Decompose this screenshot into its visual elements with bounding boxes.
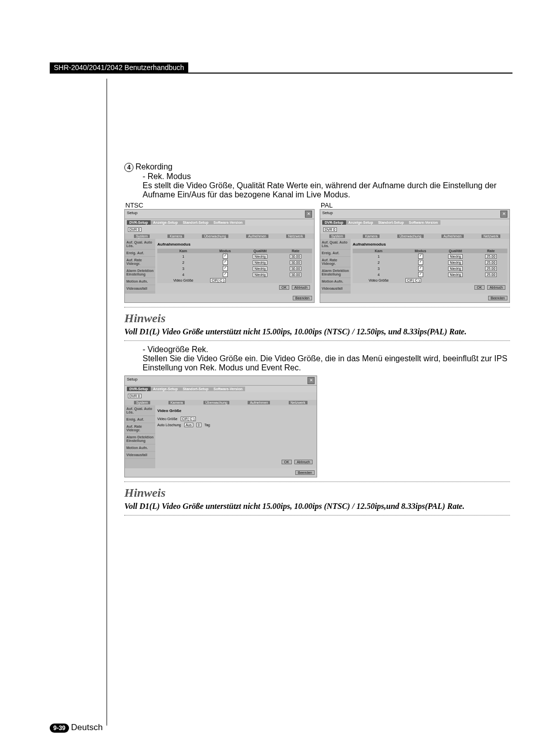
- beenden-button[interactable]: Beenden: [295, 470, 315, 475]
- side-item[interactable]: Auf. Qual. Auto Lös.: [125, 239, 155, 250]
- software-version-tab[interactable]: Software-Version: [406, 220, 440, 225]
- checkbox[interactable]: ✓: [418, 272, 423, 277]
- screenshot-videosize: Setup ✕ DVR-Setup Anzeige-Setup Standort…: [124, 375, 317, 477]
- quality-dd[interactable]: Niedrig: [253, 260, 267, 265]
- quality-dd[interactable]: Niedrig: [253, 272, 267, 277]
- video-size-dd[interactable]: CIF( C ): [405, 278, 421, 283]
- dvr-setup-tab[interactable]: DVR-Setup: [127, 387, 151, 391]
- side-item[interactable]: Videoausfall: [320, 285, 351, 292]
- quality-dd[interactable]: Niedrig: [448, 254, 462, 259]
- side-item[interactable]: Auf. Rate Videogr.: [125, 423, 155, 434]
- tb-ueberwachung[interactable]: Überwachung: [202, 234, 228, 238]
- close-icon[interactable]: ✕: [305, 211, 312, 218]
- dvr-dropdown[interactable]: DVR 0: [128, 394, 142, 398]
- tb-system[interactable]: System: [329, 234, 345, 238]
- beenden-button[interactable]: Beenden: [293, 296, 312, 300]
- tb-netzwerk[interactable]: Netzwerk: [482, 234, 500, 238]
- quality-dd[interactable]: Niedrig: [448, 260, 462, 265]
- tb-system[interactable]: System: [134, 234, 150, 238]
- rate-dd[interactable]: 30.00: [290, 266, 302, 271]
- tb-kamera[interactable]: Kamera: [168, 401, 185, 404]
- tb-netzwerk[interactable]: Netzwerk: [286, 234, 305, 238]
- rate-dd[interactable]: 25.00: [485, 272, 497, 277]
- rate-dd[interactable]: 30.00: [290, 260, 302, 265]
- bullet-rek-modus-desc: Es stellt die Video Größe, Qualität Rate…: [143, 181, 510, 199]
- vertical-rule: [107, 79, 107, 726]
- dvr-dropdown[interactable]: DVR 0: [128, 227, 142, 232]
- quality-dd[interactable]: Niedrig: [253, 254, 267, 259]
- anzeige-setup-tab[interactable]: Anzeige-Setup: [151, 387, 181, 391]
- side-item[interactable]: Motion Aufn.: [320, 278, 351, 285]
- dvr-setup-tab[interactable]: DVR-Setup: [127, 220, 151, 225]
- checkbox[interactable]: ✓: [418, 254, 423, 259]
- section-title: Rekording: [135, 162, 173, 171]
- rate-dd[interactable]: 25.00: [485, 260, 497, 265]
- cancel-button[interactable]: Abbruch: [487, 285, 505, 290]
- rate-dd[interactable]: 25.00: [485, 266, 497, 271]
- checkbox[interactable]: ✓: [418, 260, 423, 265]
- dvr-dropdown[interactable]: DVR 0: [323, 227, 337, 232]
- side-item[interactable]: Auf. Rate Videogr.: [125, 257, 155, 267]
- ok-button[interactable]: OK: [474, 285, 485, 290]
- side-item[interactable]: Motion Aufn.: [125, 444, 155, 452]
- ok-button[interactable]: OK: [279, 285, 289, 290]
- rate-dd[interactable]: 30.00: [290, 254, 302, 259]
- side-item[interactable]: Alarm Detektion Einstellung: [125, 267, 155, 278]
- auto-delete-dd[interactable]: Aus: [184, 423, 193, 427]
- anzeige-setup-tab[interactable]: Anzeige-Setup: [151, 220, 181, 225]
- side-item[interactable]: Ereig. Auf.: [125, 416, 155, 423]
- tb-kamera[interactable]: Kamera: [167, 234, 184, 238]
- side-item[interactable]: Auf. Rate Videogr.: [320, 257, 351, 267]
- tb-netzwerk[interactable]: Netzwerk: [289, 401, 307, 404]
- quality-dd[interactable]: Niedrig: [448, 266, 462, 271]
- standort-setup-tab[interactable]: Standort-Setup: [180, 220, 211, 225]
- tb-system[interactable]: System: [134, 401, 150, 404]
- checkbox[interactable]: ✓: [223, 260, 228, 265]
- tb-aufnehmen[interactable]: Aufnehmen: [246, 234, 268, 238]
- side-item[interactable]: Alarm Detektion Einstellung: [320, 267, 351, 278]
- side-item[interactable]: Ereig. Auf.: [320, 250, 351, 257]
- checkbox[interactable]: ✓: [223, 266, 228, 271]
- rate-dd[interactable]: 30.00: [290, 272, 302, 277]
- ok-button[interactable]: OK: [282, 460, 292, 464]
- tag-label: Tag: [204, 423, 210, 427]
- close-icon[interactable]: ✕: [307, 377, 315, 384]
- video-size-dd[interactable]: CIF( C ): [181, 417, 196, 421]
- anzeige-setup-tab[interactable]: Anzeige-Setup: [346, 220, 376, 225]
- side-item[interactable]: Auf. Qual. Auto Lös.: [125, 405, 155, 416]
- tb-kamera[interactable]: Kamera: [363, 234, 380, 238]
- close-icon[interactable]: ✕: [500, 211, 507, 218]
- side-item[interactable]: Motion Aufn.: [125, 278, 155, 285]
- side-item[interactable]: Alarm Detektion Einstellung: [125, 434, 155, 444]
- tb-ueberwachung[interactable]: Überwachung: [397, 234, 423, 238]
- software-version-tab[interactable]: Software-Version: [211, 387, 245, 391]
- auto-delete-days[interactable]: 0: [196, 423, 201, 427]
- checkbox[interactable]: ✓: [223, 254, 228, 259]
- beenden-button[interactable]: Beenden: [488, 296, 507, 300]
- separator: [124, 482, 510, 482]
- software-version-tab[interactable]: Software-Version: [211, 220, 245, 225]
- dvr-setup-tab[interactable]: DVR-Setup: [322, 220, 346, 225]
- side-item[interactable]: Auf. Qual. Auto Lös.: [320, 239, 351, 250]
- window-title: Setup: [127, 377, 138, 384]
- tb-aufnehmen[interactable]: Aufnehmen: [441, 234, 464, 238]
- side-item[interactable]: Videoausfall: [125, 285, 155, 292]
- header-rule: [50, 73, 512, 74]
- rate-dd[interactable]: 25.00: [485, 254, 497, 259]
- quality-dd[interactable]: Niedrig: [253, 266, 267, 271]
- bullet-rek-modus: - Rek. Modus: [143, 172, 510, 181]
- side-item[interactable]: Videoausfall: [125, 452, 155, 459]
- checkbox[interactable]: ✓: [223, 272, 228, 277]
- standort-setup-tab[interactable]: Standort-Setup: [375, 220, 406, 225]
- video-size-dd[interactable]: CIF( C ): [210, 278, 226, 283]
- checkbox[interactable]: ✓: [418, 266, 423, 271]
- quality-dd[interactable]: Niedrig: [448, 272, 462, 277]
- sidebar: Auf. Qual. Auto Lös. Ereig. Auf. Auf. Ra…: [125, 405, 155, 468]
- toolbar: System Kamera Überwachung Aufnehmen Netz…: [320, 233, 509, 239]
- tb-ueberwachung[interactable]: Überwachung: [203, 401, 229, 404]
- cancel-button[interactable]: Abbruch: [292, 285, 310, 290]
- standort-setup-tab[interactable]: Standort-Setup: [180, 387, 211, 391]
- cancel-button[interactable]: Abbruch: [294, 460, 313, 464]
- side-item[interactable]: Ereig. Auf.: [125, 250, 155, 257]
- tb-aufnehmen[interactable]: Aufnehmen: [248, 401, 270, 404]
